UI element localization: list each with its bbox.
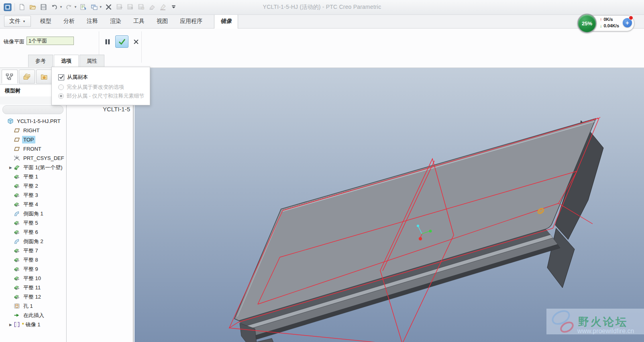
tree-item-倒圆角 1[interactable]: 倒圆角 1 xyxy=(0,209,66,218)
plane-icon xyxy=(14,127,20,133)
model-tree-tab-icon[interactable] xyxy=(2,70,18,84)
tree-item-平整 3[interactable]: 平整 3 xyxy=(0,190,66,200)
tree-filter-bar[interactable] xyxy=(2,105,63,114)
panel-tab-属性[interactable]: 属性 xyxy=(79,55,104,67)
chevron-down-icon[interactable]: ▼ xyxy=(99,5,102,9)
title-bar: YCLTI-1-5-HJ (活动的) - PTC Creo Parametric… xyxy=(0,0,644,15)
tree-item-label: RIGHT xyxy=(22,127,41,134)
radio-label: 完全从属于要改变的选项 xyxy=(67,84,124,91)
checkbox-icon[interactable] xyxy=(58,74,64,80)
cancel-button[interactable] xyxy=(131,37,141,47)
folder-browser-tab-icon[interactable] xyxy=(19,70,35,84)
save-copy-icon[interactable] xyxy=(114,2,124,12)
flat-icon xyxy=(14,266,20,272)
tree-item-平整 10[interactable]: 平整 10 xyxy=(0,274,66,283)
chevron-down-icon[interactable]: ▼ xyxy=(59,5,63,9)
tree-item-镜像 1[interactable]: ▶*镜像 1 xyxy=(0,320,66,329)
tree-item-RIGHT[interactable]: RIGHT xyxy=(0,126,66,135)
tree-item-倒圆角 2[interactable]: 倒圆角 2 xyxy=(0,237,66,246)
expand-arrow-icon[interactable]: ▶ xyxy=(8,323,13,327)
tree-item-平整 9[interactable]: 平整 9 xyxy=(0,264,66,274)
tree-item-label: 倒圆角 2 xyxy=(22,237,45,246)
save-icon[interactable] xyxy=(39,2,49,12)
expand-arrow-icon[interactable]: ▶ xyxy=(8,166,13,170)
tree-item-YCLTI-1-5-HJ.PRT[interactable]: YCLTI-1-5-HJ.PRT xyxy=(0,117,66,126)
close-icon xyxy=(133,39,139,45)
flat-icon xyxy=(14,220,20,226)
app-menu-icon[interactable] xyxy=(2,2,12,12)
radio-icon[interactable] xyxy=(58,93,64,99)
tab-视图[interactable]: 视图 xyxy=(151,15,174,28)
tree-item-平整 7[interactable]: 平整 7 xyxy=(0,246,66,255)
tab-模型[interactable]: 模型 xyxy=(34,15,57,28)
tree-item-TOP[interactable]: TOP xyxy=(0,135,66,144)
accept-button[interactable] xyxy=(115,35,128,48)
windows-icon[interactable] xyxy=(89,2,99,12)
qat-more-icon[interactable] xyxy=(169,2,179,12)
flat-icon xyxy=(14,257,20,263)
dependent-copy-row[interactable]: 从属副本 xyxy=(58,74,150,81)
tree-item-平整 11[interactable]: 平整 11 xyxy=(0,283,66,292)
quick-access-toolbar: ▼▼▼ xyxy=(2,2,179,12)
favorites-tab-icon[interactable] xyxy=(36,70,52,84)
flat-icon xyxy=(14,294,20,300)
network-percent-badge[interactable]: 25% xyxy=(577,14,597,33)
ribbon-tab-row: 文件 ▼ 模型分析注释渲染工具视图应用程序镜像 xyxy=(0,14,644,29)
open-file-icon[interactable] xyxy=(28,2,38,12)
tree-item-平整 12[interactable]: 平整 12 xyxy=(0,292,66,301)
flat-icon xyxy=(14,201,20,207)
mirror-plane-collector[interactable] xyxy=(26,37,74,45)
graphics-viewport[interactable]: 野火论坛 www.proewildfire.cn xyxy=(135,68,644,342)
tree-item-label: 平整 9 xyxy=(22,265,39,274)
tab-分析[interactable]: 分析 xyxy=(57,15,81,28)
options-popup-panel: 从属副本 完全从属于要改变的选项部分从属 - 仅尺寸和注释元素细节 xyxy=(51,67,150,105)
tab-工具[interactable]: 工具 xyxy=(127,15,151,28)
tree-item-PRT_CSYS_DEF[interactable]: yzxPRT_CSYS_DEF xyxy=(0,154,66,163)
upload-arrow-icon: ↑ xyxy=(600,16,602,23)
navigator-panel: 模型树 YCLTI-1-5-HJ.PRTRIGHTTOPFRONTyzxPRT_… xyxy=(0,68,67,342)
tree-item-平整 8[interactable]: 平整 8 xyxy=(0,255,66,264)
tab-渲染[interactable]: 渲染 xyxy=(104,15,127,28)
tree-item-孔 1[interactable]: 孔 1 xyxy=(0,301,66,311)
close-window-icon[interactable] xyxy=(104,2,114,12)
tab-应用程序[interactable]: 应用程序 xyxy=(174,15,208,28)
delete-icon[interactable] xyxy=(158,2,168,12)
panel-tab-参考[interactable]: 参考 xyxy=(28,55,53,67)
regenerate-icon[interactable] xyxy=(78,2,88,12)
tree-item-FRONT[interactable]: FRONT xyxy=(0,144,66,154)
model-name-label: YCLTI-1-5 xyxy=(103,106,130,113)
tree-item-在此插入[interactable]: 在此插入 xyxy=(0,311,66,320)
save-instance-icon[interactable] xyxy=(136,2,146,12)
pause-button[interactable] xyxy=(103,37,112,47)
tree-item-label: 平整 1 xyxy=(22,172,39,181)
erase-icon[interactable] xyxy=(147,2,157,12)
tree-item-平整 5[interactable]: 平整 5 xyxy=(0,218,66,227)
network-monitor-widget[interactable]: 25% ↑ 0K/s ↓ 0.04K/s + xyxy=(577,13,636,32)
tree-item-label: 孔 1 xyxy=(22,302,34,311)
tree-item-平整 2[interactable]: 平整 2 xyxy=(0,181,66,190)
panel-tab-选项[interactable]: 选项 xyxy=(54,55,79,68)
save-backup-icon[interactable] xyxy=(125,2,135,12)
redo-icon[interactable] xyxy=(64,2,74,12)
tree-item-label: PRT_CSYS_DEF xyxy=(22,154,65,162)
radio-icon[interactable] xyxy=(58,84,64,90)
watermark: 野火论坛 www.proewildfire.cn xyxy=(546,308,644,334)
watermark-site-name: 野火论坛 xyxy=(578,316,628,328)
undo-icon[interactable] xyxy=(49,2,59,12)
plane-icon xyxy=(14,146,20,152)
tree-item-平面 1(第一个壁)[interactable]: ▶平面 1(第一个壁) xyxy=(0,163,66,172)
tree-item-平整 1[interactable]: 平整 1 xyxy=(0,172,66,181)
inserthere-icon xyxy=(14,312,20,318)
tree-item-label: 平整 7 xyxy=(22,246,39,255)
chevron-down-icon[interactable]: ▼ xyxy=(74,5,77,9)
file-menu-button[interactable]: 文件 ▼ xyxy=(4,16,31,27)
watermark-site-url: www.proewildfire.cn xyxy=(577,328,634,334)
model-tree-list: YCLTI-1-5-HJ.PRTRIGHTTOPFRONTyzxPRT_CSYS… xyxy=(0,117,66,329)
new-file-icon[interactable] xyxy=(17,2,27,12)
tab-注释[interactable]: 注释 xyxy=(81,15,104,28)
flat-icon xyxy=(14,285,20,291)
tab-mirror-active[interactable]: 镜像 xyxy=(214,14,238,29)
ribbon-tabs: 模型分析注释渲染工具视图应用程序镜像 xyxy=(34,14,238,28)
tree-item-平整 6[interactable]: 平整 6 xyxy=(0,227,66,237)
tree-item-平整 4[interactable]: 平整 4 xyxy=(0,200,66,209)
